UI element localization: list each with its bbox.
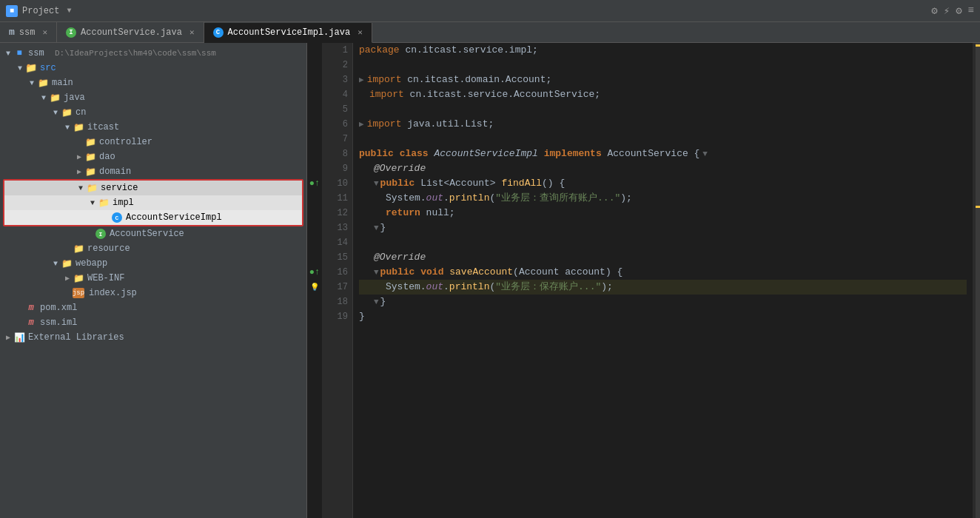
tree-label-webapp: webapp bbox=[75, 258, 107, 269]
cn-folder-icon: 📁 bbox=[61, 107, 73, 118]
title-dropdown-icon[interactable]: ▼ bbox=[67, 7, 71, 15]
src-folder-icon: 📁 bbox=[25, 63, 37, 73]
tab-account-service-label: AccountService.java bbox=[81, 27, 182, 38]
editor-content: ●↑ ●↑ 💡 1 2 3 4 5 6 7 8 9 bbox=[307, 43, 980, 518]
code-line-7 bbox=[359, 132, 967, 147]
tree-item-cn[interactable]: ▼ 📁 cn bbox=[0, 105, 306, 120]
gutter-16: ●↑ bbox=[307, 265, 322, 280]
ln-12: 12 bbox=[326, 206, 348, 221]
run-icon[interactable]: ⚡ bbox=[944, 4, 950, 17]
tree-item-external-libraries[interactable]: ▶ 📊 External Libraries bbox=[0, 330, 306, 345]
code-line-16: ▼ public void saveAccount(Account accoun… bbox=[359, 265, 967, 280]
arrow-src: ▼ bbox=[15, 64, 25, 73]
ln-3: 3 bbox=[326, 73, 348, 87]
tree-item-ssm-iml[interactable]: ▶ m ssm.iml bbox=[0, 315, 306, 330]
tab-ssm-label: ssm bbox=[19, 27, 36, 38]
settings-icon[interactable]: ⚙ bbox=[931, 4, 937, 17]
ln-1: 1 bbox=[326, 43, 348, 58]
account-service-file-icon: I bbox=[95, 229, 107, 239]
code-line-4: import cn.itcast.service.AccountService; bbox=[359, 87, 967, 102]
gutter-15 bbox=[307, 250, 322, 265]
tree-item-ssm[interactable]: ▼ ■ ssm D:\IdeaProjects\hm49\code\ssm\ss… bbox=[0, 46, 306, 61]
dao-folder-icon: 📁 bbox=[84, 152, 96, 162]
project-root-icon: ■ bbox=[13, 48, 25, 58]
line-numbers: 1 2 3 4 5 6 7 8 9 10 11 12 13 14 15 16 1… bbox=[322, 43, 353, 518]
tree-item-itcast[interactable]: ▼ 📁 itcast bbox=[0, 120, 306, 135]
tree-item-web-inf[interactable]: ▶ 📁 WEB-INF bbox=[0, 271, 306, 286]
ln-15: 15 bbox=[326, 250, 348, 265]
code-line-5 bbox=[359, 102, 967, 117]
tree-label-main: main bbox=[52, 78, 73, 88]
tab-account-service-impl-label: AccountServiceImpl.java bbox=[228, 27, 351, 38]
tree-item-domain[interactable]: ▶ 📁 domain bbox=[0, 164, 306, 179]
itcast-folder-icon: 📁 bbox=[73, 122, 84, 132]
tab-ssm-icon: m bbox=[9, 27, 15, 38]
tree-item-dao[interactable]: ▶ 📁 dao bbox=[0, 149, 306, 164]
tree-label-itcast: itcast bbox=[87, 122, 119, 132]
tree-label-service: service bbox=[101, 183, 138, 193]
code-editor[interactable]: ●↑ ●↑ 💡 1 2 3 4 5 6 7 8 9 bbox=[307, 43, 980, 518]
resource-folder-icon: 📁 bbox=[73, 243, 84, 254]
code-line-18: ▼ } bbox=[359, 295, 967, 309]
gutter-2 bbox=[307, 58, 322, 73]
tree-label-ssm: ssm D:\IdeaProjects\hm49\code\ssm\ssm bbox=[28, 48, 216, 58]
tree-item-webapp[interactable]: ▼ 📁 webapp bbox=[0, 256, 306, 271]
tab-account-service-icon: I bbox=[66, 27, 76, 38]
gutter-3 bbox=[307, 73, 322, 87]
tree-label-ssm-iml: ssm.iml bbox=[40, 317, 77, 328]
tree-item-resource[interactable]: ▶ 📁 resource bbox=[0, 241, 306, 256]
arrow-main: ▼ bbox=[27, 79, 37, 87]
index-jsp-icon: jsp bbox=[73, 288, 84, 298]
tree-item-index-jsp[interactable]: ▶ jsp index.jsp bbox=[0, 286, 306, 300]
main-folder-icon: 📁 bbox=[37, 78, 49, 88]
tree-item-java[interactable]: ▼ 📁 java bbox=[0, 90, 306, 105]
tree-item-impl[interactable]: ▼ 📁 impl bbox=[4, 195, 302, 210]
arrow-itcast: ▼ bbox=[62, 124, 73, 132]
tree-label-account-service: AccountService bbox=[110, 229, 184, 239]
gutter-14 bbox=[307, 235, 322, 250]
tree-item-pom-xml[interactable]: ▶ m pom.xml bbox=[0, 300, 306, 315]
tree-item-account-service-impl[interactable]: ▶ C AccountServiceImpl bbox=[4, 210, 302, 225]
tab-account-service-impl[interactable]: C AccountServiceImpl.java ✕ bbox=[204, 23, 372, 43]
title-bar-title: Project bbox=[22, 6, 59, 16]
arrow-external-libraries: ▶ bbox=[3, 333, 13, 342]
project-tree: ▼ ■ ssm D:\IdeaProjects\hm49\code\ssm\ss… bbox=[0, 43, 306, 518]
tab-account-service[interactable]: I AccountService.java ✕ bbox=[57, 22, 204, 42]
gutter-6 bbox=[307, 117, 322, 132]
tree-label-src: src bbox=[40, 63, 56, 73]
ln-8: 8 bbox=[326, 147, 348, 161]
gutter-1 bbox=[307, 43, 322, 58]
tree-item-main[interactable]: ▼ 📁 main bbox=[0, 75, 306, 90]
tab-account-service-close[interactable]: ✕ bbox=[189, 27, 195, 37]
ln-19: 19 bbox=[326, 309, 348, 324]
code-line-8: public class AccountServiceImpl implemen… bbox=[359, 147, 967, 161]
arrow-ssm: ▼ bbox=[3, 50, 13, 58]
tab-account-service-impl-close[interactable]: ✕ bbox=[358, 27, 363, 37]
build-icon[interactable]: ⚙ bbox=[956, 4, 961, 17]
tree-item-service[interactable]: ▼ 📁 service bbox=[4, 181, 302, 195]
gutter-8 bbox=[307, 147, 322, 161]
ln-2: 2 bbox=[326, 58, 348, 73]
code-area[interactable]: package cn.itcast.service.impl; ▶ import… bbox=[353, 43, 973, 518]
menu-icon[interactable]: ≡ bbox=[968, 4, 974, 17]
arrow-impl: ▼ bbox=[87, 199, 98, 207]
scrollbar-track[interactable] bbox=[973, 43, 980, 518]
tree-item-account-service[interactable]: ▶ I AccountService bbox=[0, 226, 306, 241]
tab-ssm-close[interactable]: ✕ bbox=[42, 27, 47, 37]
code-line-6: ▶ import java.util.List; bbox=[359, 117, 967, 132]
service-folder-icon: 📁 bbox=[86, 183, 98, 193]
code-line-2 bbox=[359, 58, 967, 73]
gutter-area: ●↑ ●↑ 💡 bbox=[307, 43, 322, 518]
code-line-10: ▼ public List<Account> findAll() { bbox=[359, 176, 967, 191]
arrow-webapp: ▼ bbox=[50, 260, 61, 268]
arrow-domain: ▶ bbox=[74, 167, 84, 176]
tree-label-resource: resource bbox=[87, 243, 130, 254]
tree-item-src[interactable]: ▼ 📁 src bbox=[0, 61, 306, 75]
code-line-1: package cn.itcast.service.impl; bbox=[359, 43, 967, 58]
webapp-folder-icon: 📁 bbox=[61, 258, 73, 269]
tree-item-controller[interactable]: ▶ 📁 controller bbox=[0, 135, 306, 149]
gutter-13 bbox=[307, 221, 322, 235]
ln-13: 13 bbox=[326, 221, 348, 235]
code-line-11: System.out.println("业务层：查询所有账户..."); bbox=[359, 191, 967, 206]
tab-ssm[interactable]: m ssm ✕ bbox=[0, 22, 57, 42]
